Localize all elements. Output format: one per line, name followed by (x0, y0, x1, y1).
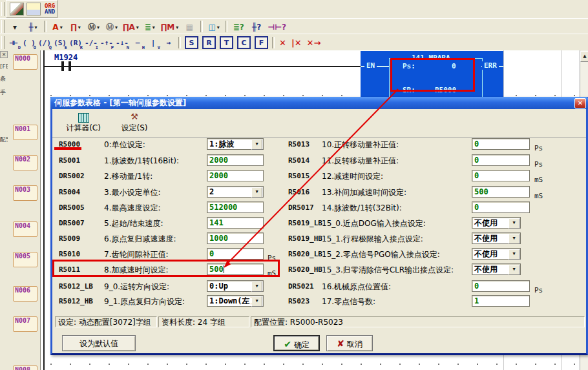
delete-button-0[interactable]: ✕ (279, 38, 286, 48)
param-input[interactable]: 0 (472, 154, 530, 166)
param-label: 13.补间加减速时间设定: (322, 187, 406, 198)
cancel-button[interactable]: ✘取消 (326, 335, 373, 351)
set-default-button[interactable]: 设为默认值 (62, 335, 136, 351)
chevron-down-icon[interactable]: ▼ (509, 249, 520, 260)
param-select[interactable]: 不使用▼ (472, 232, 521, 244)
text-edit-button[interactable]: A▾ (48, 19, 67, 34)
param-input[interactable]: 141 (207, 217, 264, 229)
card-button[interactable]: ▦ (180, 19, 198, 34)
palette-Q-button[interactable]: (/)Q (37, 36, 52, 50)
param-select[interactable]: 不使用▼ (472, 263, 521, 275)
contact-label[interactable]: M1924 (54, 53, 78, 62)
program-view-icon[interactable] (10, 3, 24, 15)
palette-key-label: H (142, 45, 145, 50)
network-box-n007[interactable]: N007 (13, 316, 37, 332)
param-input[interactable]: 1000 (207, 232, 264, 244)
param-select[interactable]: 不使用▼ (472, 217, 521, 229)
param-input[interactable]: 1 (472, 295, 530, 307)
delete-button-2[interactable]: ✕→ (307, 38, 321, 48)
block-sr-value[interactable]: R5000 (433, 86, 458, 94)
network-box-n000[interactable]: N000 (13, 54, 37, 70)
network-box-n005[interactable]: N005 (13, 252, 37, 267)
palette-R-button[interactable]: (R)R (68, 36, 83, 50)
palette-arrow-button[interactable]: → (161, 36, 176, 50)
contact-help-button[interactable]: ⊣⊢? (266, 19, 288, 34)
list-help-button[interactable]: ≣? (229, 19, 247, 34)
palette-D-button[interactable]: ⊣⊢D (6, 36, 21, 50)
param-input[interactable]: 512000 (207, 201, 264, 213)
toolbar-grip[interactable] (1, 20, 5, 32)
delete-button-1[interactable]: |✕ (291, 38, 302, 48)
panel-close-icon[interactable]: ✕ (0, 51, 8, 58)
close-icon[interactable]: ✕ (574, 98, 586, 108)
insert-arrow-button[interactable]: ▾ (6, 19, 24, 34)
toolbar-grip[interactable] (1, 2, 5, 16)
chevron-down-icon: ▾ (60, 21, 63, 34)
param-select[interactable]: 0:Up▼ (207, 280, 264, 292)
pulse-a-button[interactable]: ∏A▾ (121, 19, 141, 34)
palette-N-button[interactable]: -↓-N (114, 36, 130, 50)
param-input[interactable]: 0 (207, 248, 264, 260)
param-select[interactable]: 1:脉波▼ (207, 138, 264, 150)
palette-V-button[interactable]: |V (145, 36, 161, 50)
palette-I-button[interactable]: -/-I (83, 36, 99, 50)
calculator-button[interactable]: 计算器(C) (58, 111, 109, 136)
network-button[interactable]: ╫▾ (24, 19, 42, 34)
param-input[interactable]: 0 (472, 201, 530, 213)
param-select[interactable]: 1:Down(左)▼ (207, 295, 264, 307)
param-register: R5013 (288, 140, 310, 149)
chevron-down-icon[interactable]: ▼ (251, 296, 262, 307)
palette-H-button[interactable]: —H (130, 36, 145, 50)
palette-E-button[interactable]: (S)E (52, 36, 68, 50)
chevron-down-icon[interactable]: ▼ (509, 234, 520, 244)
chevron-down-icon[interactable]: ▼ (251, 187, 262, 198)
param-input[interactable]: 2000 (207, 170, 264, 181)
scroll-up-button[interactable]: ▲ (580, 51, 588, 62)
toolbar-grip[interactable] (1, 36, 5, 50)
palette-O-button[interactable]: ( )O (21, 36, 37, 50)
selected-instruction-block[interactable]: 141 MPARA EN ERR Ps: 0 SR: R5000 (361, 51, 503, 97)
palette-P-button[interactable]: -↑-P (99, 36, 114, 50)
boxed-c-button[interactable]: C (237, 36, 251, 49)
chevron-down-icon[interactable]: ▼ (251, 139, 262, 150)
network-box-n008[interactable]: N008 (13, 365, 37, 370)
ok-button[interactable]: ✔确定 (273, 335, 320, 351)
palette-key-label: P (111, 45, 114, 50)
network-help-button[interactable]: ╫? (247, 19, 266, 34)
chevron-down-icon[interactable]: ▼ (509, 218, 520, 229)
chevron-down-icon[interactable]: ▼ (251, 282, 262, 292)
network-box-n006[interactable]: N006 (13, 286, 37, 302)
param-input[interactable]: 500 (472, 186, 530, 198)
network-box-n003[interactable]: N003 (13, 185, 37, 201)
motor-button[interactable]: Ⓜ▾ (85, 19, 103, 34)
boxed-s-button[interactable]: S (185, 36, 198, 49)
chevron-down-icon[interactable]: ▼ (509, 265, 520, 275)
boxed-r-button[interactable]: R (202, 36, 216, 49)
list-button[interactable]: ≣▾ (141, 19, 159, 34)
comment-view-icon[interactable] (26, 3, 41, 15)
network-box-n001[interactable]: N001 (13, 125, 37, 140)
param-select[interactable]: 不使用▼ (472, 248, 521, 260)
param-input[interactable]: 0 (472, 170, 530, 181)
param-input[interactable]: 0 (472, 138, 530, 150)
param-input[interactable]: 500 (207, 263, 264, 275)
power-rail (43, 50, 45, 370)
param-input[interactable]: 2000 (207, 154, 264, 166)
param-select[interactable]: 2▼ (207, 186, 264, 198)
application-window: ORG AND ▾╫▾A▾∏▾Ⓜ▾Ⓜ▾∏A▾≣▾∏M▾▦◫▾≣?╫?⊣⊢? ⊣⊢… (0, 0, 588, 370)
boxed-t-button[interactable]: T (220, 36, 233, 49)
boxed-f-button[interactable]: F (255, 36, 268, 49)
contact-symbol[interactable] (68, 61, 71, 71)
settings-button[interactable]: ⚒ 设定(S) (114, 111, 155, 136)
pulse-m-button[interactable]: ∏M▾ (159, 19, 180, 34)
dialog-titlebar[interactable]: 伺服参数表格 - [第一轴伺服参数设置] ✕ (50, 97, 588, 109)
monitor-button[interactable]: ◫▾ (205, 19, 223, 34)
pulse-output-button[interactable]: ∏▾ (67, 19, 85, 34)
network-box-n002[interactable]: N002 (13, 155, 37, 170)
network-box-n004[interactable]: N004 (13, 221, 37, 237)
param-label: 8.加减速时间设定: (104, 265, 169, 276)
block-ps-value[interactable]: 0 (450, 62, 458, 70)
contact-symbol[interactable] (61, 61, 64, 71)
param-input[interactable]: 0 (472, 280, 530, 292)
motor2-button[interactable]: Ⓜ▾ (103, 19, 121, 34)
